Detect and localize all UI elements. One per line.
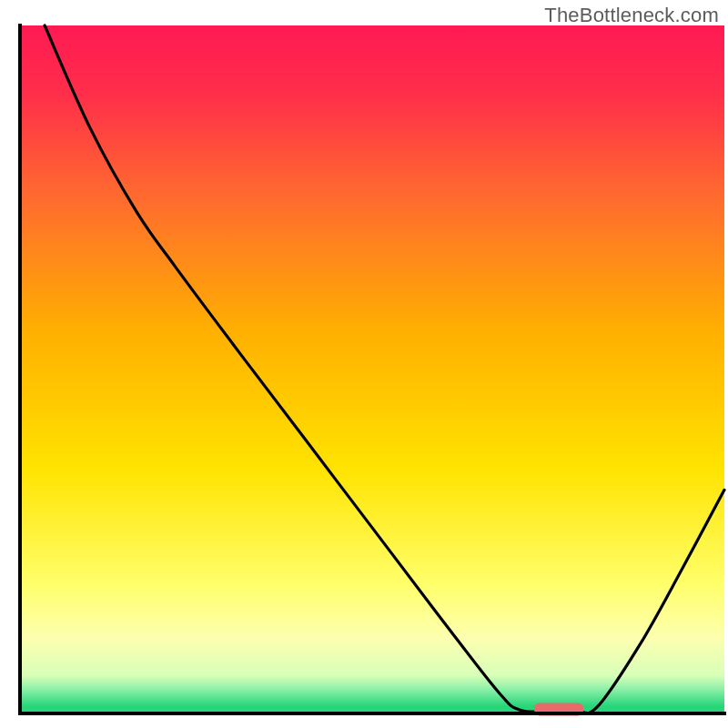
bottleneck-chart	[0, 0, 728, 728]
plot-area	[18, 24, 726, 715]
watermark-label: TheBottleneck.com	[544, 4, 719, 27]
chart-container: TheBottleneck.com	[0, 0, 728, 728]
gradient-background	[20, 25, 724, 706]
